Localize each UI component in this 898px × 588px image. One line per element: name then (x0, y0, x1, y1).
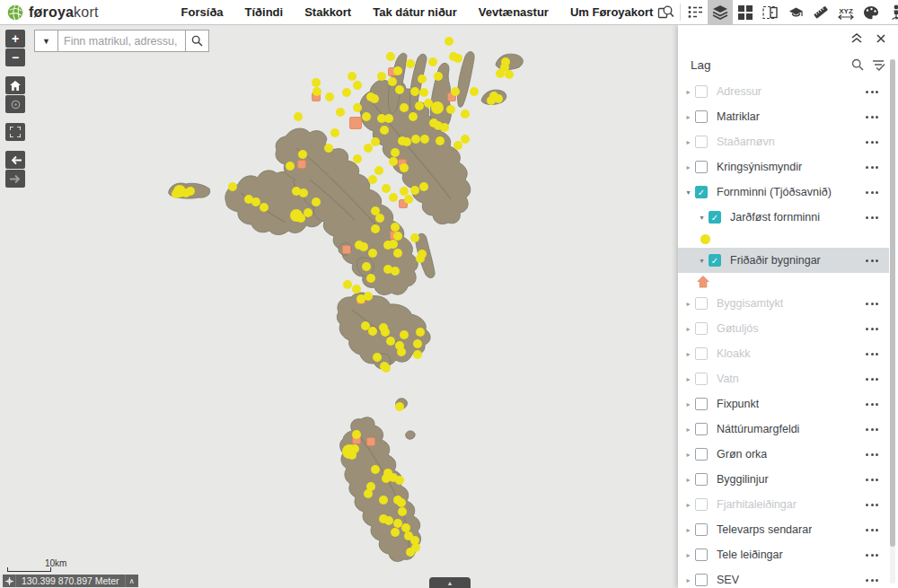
layer-row[interactable]: ▸Fjarhitaleiðingar (678, 492, 889, 517)
ruler-button[interactable] (808, 0, 833, 24)
fornminni-marker[interactable] (505, 70, 514, 79)
nav-item-1[interactable]: Forsíða (181, 5, 224, 19)
layer-options-button[interactable] (866, 299, 878, 309)
fornminni-marker[interactable] (410, 186, 419, 195)
layer-row[interactable]: ▾✓Friðaðir bygningar (678, 248, 889, 273)
fornminni-marker[interactable] (395, 85, 404, 94)
fornminni-marker[interactable] (348, 451, 357, 460)
layer-options-button[interactable] (866, 349, 878, 359)
fornminni-marker[interactable] (304, 208, 313, 217)
chevron-right-icon[interactable]: ▸ (684, 113, 692, 121)
layer-row[interactable]: ▸Náttúrumargfeldi (678, 417, 889, 442)
fornminni-marker[interactable] (371, 137, 380, 146)
fornminni-marker[interactable] (352, 285, 361, 294)
chevron-down-icon[interactable]: ▾ (684, 189, 692, 197)
fornminni-marker[interactable] (324, 144, 333, 153)
layer-checkbox[interactable] (695, 498, 708, 511)
nav-item-2[interactable]: Tíðindi (245, 5, 284, 19)
fornminni-marker[interactable] (398, 507, 407, 516)
layer-options-button[interactable] (866, 575, 878, 585)
nav-item-5[interactable]: Vevtænastur (479, 5, 549, 19)
fornminni-marker[interactable] (415, 101, 424, 110)
fornminni-marker[interactable] (418, 75, 427, 83)
basemaps-grid-button[interactable] (733, 0, 758, 24)
fornminni-marker[interactable] (352, 430, 361, 439)
layer-checkbox[interactable] (695, 473, 708, 486)
chevron-right-icon[interactable]: ▸ (684, 163, 692, 171)
fornminni-marker[interactable] (371, 224, 380, 233)
fornminni-marker[interactable] (364, 489, 373, 498)
layer-options-button[interactable] (866, 162, 878, 172)
fornminni-marker[interactable] (336, 108, 345, 117)
fornminni-marker[interactable] (388, 77, 397, 86)
panel-scrollbar[interactable] (890, 59, 895, 584)
fornminni-marker[interactable] (487, 96, 496, 105)
fornminni-marker[interactable] (364, 144, 373, 153)
geolocate-button[interactable] (5, 95, 25, 113)
fornminni-marker[interactable] (362, 112, 371, 121)
fornminni-marker[interactable] (260, 203, 269, 212)
chevron-right-icon[interactable]: ▸ (684, 138, 692, 146)
fornminni-marker[interactable] (410, 233, 419, 242)
fornminni-marker[interactable] (172, 189, 180, 198)
fornminni-marker[interactable] (461, 110, 470, 118)
fornminni-marker[interactable] (453, 54, 462, 63)
fornminni-marker[interactable] (402, 137, 411, 146)
fornminni-marker[interactable] (428, 57, 437, 66)
fornminni-marker[interactable] (342, 88, 351, 97)
fornminni-marker[interactable] (391, 223, 400, 232)
fornminni-marker[interactable] (391, 267, 400, 276)
fornminni-marker[interactable] (228, 182, 237, 191)
layer-filter-button[interactable] (872, 59, 885, 71)
layer-options-button[interactable] (866, 500, 878, 510)
fornminni-marker[interactable] (330, 128, 339, 137)
layer-options-button[interactable] (866, 324, 878, 334)
fornminni-marker[interactable] (434, 72, 443, 81)
layer-checkbox[interactable] (695, 574, 708, 586)
search-button[interactable] (186, 30, 209, 52)
layer-options-button[interactable] (866, 425, 878, 434)
layer-row[interactable]: ▸Kloakk (678, 341, 889, 366)
swipe-button[interactable] (758, 0, 783, 24)
fornminni-marker[interactable] (419, 182, 428, 191)
layer-checkbox[interactable] (695, 549, 708, 561)
layer-checkbox[interactable] (695, 398, 708, 410)
layer-checkbox[interactable] (695, 448, 708, 461)
layer-row[interactable]: ▸Byggilinjur (678, 467, 889, 492)
fornminni-marker[interactable] (325, 92, 334, 101)
layer-row[interactable]: ▸Adressur (678, 79, 889, 104)
fornminni-marker[interactable] (312, 197, 321, 206)
fornminni-marker[interactable] (391, 148, 400, 157)
fornminni-marker[interactable] (368, 249, 377, 258)
layer-checkbox[interactable] (695, 297, 708, 310)
fornminni-marker[interactable] (357, 294, 365, 303)
chevron-right-icon[interactable]: ▸ (684, 451, 692, 459)
fornminni-marker[interactable] (413, 350, 422, 359)
layer-options-button[interactable] (866, 475, 878, 485)
fornminni-marker[interactable] (395, 476, 404, 485)
fornminni-marker[interactable] (348, 72, 357, 81)
fornminni-marker[interactable] (413, 339, 422, 348)
fornminni-marker[interactable] (395, 402, 404, 411)
layer-row[interactable]: ▸Televarps sendarar (678, 517, 889, 542)
layer-row[interactable]: ▸Byggisamtykt (678, 291, 889, 316)
layer-options-button[interactable] (866, 525, 878, 535)
fornminni-marker[interactable] (389, 240, 398, 249)
layer-options-button[interactable] (866, 137, 878, 147)
fornminni-marker[interactable] (251, 197, 260, 206)
layer-row[interactable]: ▸SEV (678, 567, 889, 588)
layer-checkbox[interactable] (695, 161, 708, 173)
search-type-dropdown[interactable]: ▼ (34, 30, 57, 52)
layer-options-button[interactable] (866, 112, 878, 122)
layer-row[interactable]: ▾✓Fornminni (Tjóðsavnið) (678, 180, 889, 205)
fornminni-marker[interactable] (451, 87, 460, 96)
fornminni-marker[interactable] (368, 327, 377, 336)
fornminni-marker[interactable] (362, 262, 371, 271)
chevron-right-icon[interactable]: ▸ (684, 350, 692, 358)
fornminni-marker[interactable] (380, 126, 389, 135)
palette-button[interactable] (858, 0, 884, 24)
layer-row[interactable]: ▸Fixpunkt (678, 391, 889, 417)
layer-checkbox[interactable] (695, 423, 708, 435)
bottom-panel-handle[interactable]: ▲ (429, 577, 471, 588)
fornminni-marker[interactable] (359, 242, 368, 251)
